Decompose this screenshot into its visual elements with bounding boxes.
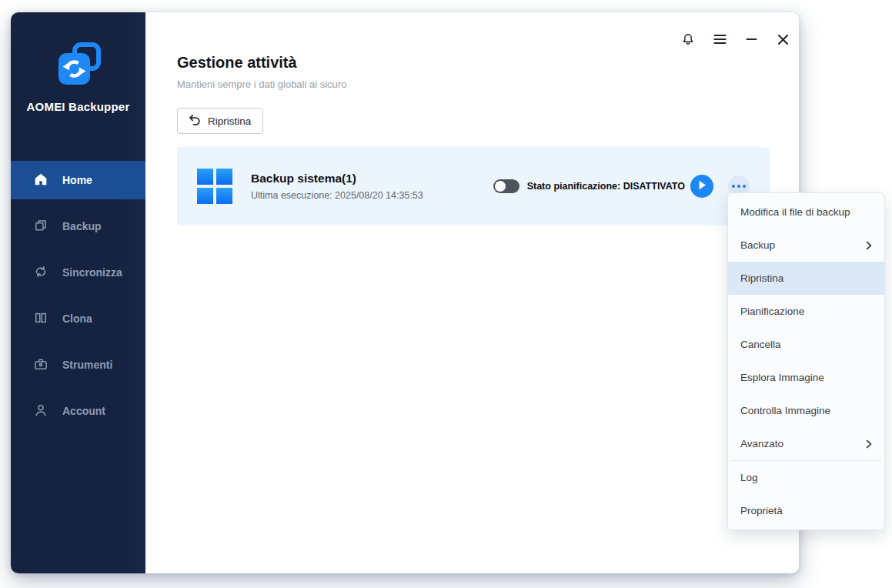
toggle-knob — [495, 181, 506, 192]
app-name: AOMEI Backupper — [11, 100, 145, 113]
desktop-background: AOMEI Backupper Home Backup — [0, 0, 892, 588]
menu-item-label: Log — [740, 472, 758, 483]
sidebar: AOMEI Backupper Home Backup — [11, 12, 145, 573]
ellipsis-dot — [743, 185, 746, 188]
menu-item-esplora-immagine[interactable]: Esplora Immagine — [728, 361, 884, 394]
menu-item-label: Cancella — [740, 339, 781, 350]
main-content: Gestione attività Mantieni sempre i dati… — [145, 12, 799, 573]
task-actions: Stato pianificazione: DISATTIVATO — [493, 175, 750, 198]
menu-item-avanzato[interactable]: Avanzato — [728, 427, 884, 460]
menu-item-backup[interactable]: Backup — [728, 229, 884, 262]
sidebar-nav: Home Backup Sincronizza — [11, 161, 145, 430]
notification-bell-icon[interactable] — [681, 32, 695, 46]
user-icon — [33, 403, 48, 420]
schedule-status-label: Stato pianificazione: DISATTIVATO — [527, 181, 685, 192]
sidebar-item-label: Strumenti — [62, 359, 112, 371]
menu-item-ripristina[interactable]: Ripristina — [728, 262, 884, 295]
menu-item-pianificazione[interactable]: Pianificazione — [728, 295, 884, 328]
sidebar-item-label: Backup — [62, 220, 102, 232]
task-last-run: Ultima esecuzione: 2025/08/20 14:35:53 — [251, 190, 423, 201]
menu-item-label: Esplora Immagine — [740, 372, 824, 383]
menu-item-label: Controlla Immagine — [740, 405, 830, 416]
close-icon[interactable] — [776, 32, 790, 46]
menu-item-modifica-file-backup[interactable]: Modifica il file di backup — [728, 195, 884, 229]
sidebar-item-account[interactable]: Account — [11, 392, 145, 430]
play-icon — [697, 179, 707, 193]
toolbox-icon — [33, 356, 48, 374]
menu-item-cancella[interactable]: Cancella — [728, 328, 884, 361]
menu-item-label: Proprietà — [740, 505, 783, 516]
ellipsis-dot — [737, 185, 740, 188]
menu-item-label: Avanzato — [740, 438, 783, 449]
chevron-right-icon — [866, 241, 872, 250]
sidebar-item-strumenti[interactable]: Strumenti — [11, 346, 145, 384]
sidebar-item-label: Clona — [62, 312, 92, 325]
sidebar-item-backup[interactable]: Backup — [11, 207, 145, 246]
chevron-right-icon — [866, 439, 872, 449]
menu-item-proprieta[interactable]: Proprietà — [728, 494, 884, 527]
page-subtitle: Mantieni sempre i dati globali al sicuro — [177, 79, 799, 90]
minimize-icon[interactable] — [744, 32, 758, 46]
backup-task-card[interactable]: Backup sistema(1) Ultima esecuzione: 202… — [177, 147, 770, 226]
task-name: Backup sistema(1) — [251, 172, 423, 185]
sidebar-item-label: Sincronizza — [62, 266, 122, 279]
restore-button-label: Ripristina — [208, 115, 251, 127]
hamburger-menu-icon[interactable] — [713, 32, 727, 46]
copy-icon — [33, 218, 48, 236]
run-backup-button[interactable] — [690, 175, 713, 198]
sidebar-item-label: Home — [62, 174, 92, 186]
menu-item-label: Backup — [740, 239, 775, 251]
windows-logo-icon — [197, 169, 232, 204]
page-title: Gestione attività — [177, 54, 799, 72]
app-logo-icon — [55, 77, 102, 90]
home-icon — [33, 172, 48, 189]
undo-arrow-icon — [188, 114, 201, 128]
task-context-menu: Modifica il file di backup Backup Ripris… — [727, 192, 885, 530]
restore-button[interactable]: Ripristina — [177, 108, 263, 134]
clone-icon — [33, 310, 48, 328]
menu-item-label: Pianificazione — [740, 306, 804, 317]
sidebar-item-sincronizza[interactable]: Sincronizza — [11, 253, 145, 292]
task-info: Backup sistema(1) Ultima esecuzione: 202… — [251, 172, 423, 201]
app-logo-area: AOMEI Backupper — [11, 42, 145, 113]
app-window: AOMEI Backupper Home Backup — [11, 12, 799, 573]
sync-icon — [33, 264, 48, 282]
sidebar-item-label: Account — [62, 405, 105, 417]
sidebar-item-home[interactable]: Home — [11, 161, 145, 199]
menu-item-controlla-immagine[interactable]: Controlla Immagine — [728, 394, 884, 427]
schedule-toggle[interactable] — [493, 179, 519, 193]
menu-item-label: Ripristina — [740, 272, 783, 284]
ellipsis-dot — [732, 185, 735, 188]
titlebar-controls — [681, 32, 790, 46]
menu-item-label: Modifica il file di backup — [740, 206, 850, 218]
sidebar-item-clona[interactable]: Clona — [11, 299, 145, 338]
menu-item-log[interactable]: Log — [728, 461, 884, 494]
